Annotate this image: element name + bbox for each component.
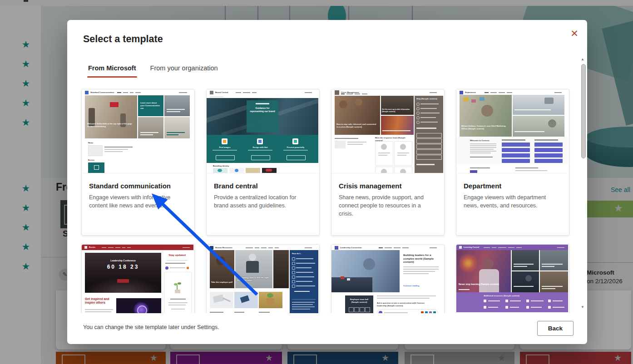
mini-icon [292, 262, 295, 265]
mini-col-label: Present powerfully [282, 146, 309, 149]
mini-icon [433, 311, 436, 314]
mini-photo-detail [339, 100, 347, 108]
template-card-department[interactable]: Department Miriam Graham, Contoso's new … [456, 89, 569, 236]
mini-photo [513, 116, 564, 137]
mini-button [502, 143, 530, 147]
mini-nav [117, 92, 121, 93]
mini-plant [178, 282, 181, 285]
template-card-events[interactable]: Events Leadership Conference 60 18 23 [81, 244, 195, 313]
template-card-human-resources[interactable]: Human Resources Take the employee poll [206, 244, 320, 313]
mini-photo [259, 292, 282, 308]
mini-icon [292, 285, 295, 288]
mini-logo [459, 246, 462, 249]
mini-nav [379, 247, 383, 248]
mini-photo [164, 117, 190, 138]
mini-col-label: Design with flair [247, 146, 274, 149]
close-icon[interactable]: ✕ [567, 26, 582, 41]
mini-icon [292, 257, 295, 261]
mini-button [534, 143, 563, 147]
mini-nav [507, 92, 512, 93]
mini-line [171, 309, 185, 310]
mini-nav [554, 92, 562, 93]
mini-countdown-box [365, 307, 370, 312]
tab-from-microsoft[interactable]: From Microsoft [87, 64, 137, 78]
mini-line [296, 281, 312, 282]
mini-overlay-tile: Guidance for representing our brand [247, 100, 278, 133]
mini-line [542, 266, 554, 267]
template-card-leadership-connection[interactable]: Leadership Connection Build [331, 244, 445, 313]
mini-photo [164, 95, 190, 116]
mini-avatar [400, 144, 406, 150]
mini-caption: Never stop learning (Sample content) [459, 283, 509, 286]
mini-logo [210, 91, 213, 94]
mini-line [553, 307, 564, 308]
mini-line [531, 300, 544, 301]
mini-header: Department [456, 89, 568, 95]
mini-line [85, 309, 113, 310]
mini-line [167, 260, 188, 261]
mini-avatar [381, 144, 387, 150]
back-button[interactable]: Back [537, 321, 574, 336]
mini-line [397, 155, 406, 156]
mini-photo [540, 271, 568, 292]
mini-logo [85, 91, 89, 94]
mini-site-name: Events [89, 246, 95, 249]
template-card-brand-central[interactable]: Brand Central Guidance for represe [206, 89, 320, 236]
mini-line [347, 144, 363, 145]
mini-line [542, 288, 555, 289]
template-thumbnail: Leadership Connection Build [331, 245, 443, 313]
mini-photo [246, 168, 260, 173]
mini-icon-detail [294, 140, 297, 143]
template-thumbnail: Crisis Management How to stay safe, info… [331, 89, 443, 173]
mini-site-name: Leadership Connection [340, 246, 362, 249]
mini-line [292, 306, 315, 307]
mini-tile: Employee town hall (Sample content) [345, 295, 373, 313]
mini-nav [402, 247, 409, 248]
mini-button [216, 155, 235, 160]
mini-line [420, 117, 436, 118]
mini-line [470, 145, 496, 146]
template-card-crisis-management[interactable]: Crisis Management How to stay safe, info… [331, 89, 445, 236]
mini-nav [252, 92, 257, 93]
mini-photo-detail [331, 277, 372, 292]
mini-line [377, 298, 430, 299]
mini-line [296, 258, 313, 259]
mini-photo [331, 250, 400, 292]
mini-line [296, 267, 312, 268]
scrollbar-up-icon[interactable]: ▲ [579, 57, 586, 61]
mini-caption: Get the most up-to-date information [Sam… [382, 108, 413, 113]
mini-photo-detail [246, 261, 259, 273]
mini-avatar [165, 266, 168, 270]
mini-icon [292, 138, 298, 144]
mini-photo [138, 117, 163, 138]
template-card-standard-communication[interactable]: Standard Communication Welcome! Select E… [81, 89, 195, 236]
mini-photo: Leadership Conference 60 18 23 [85, 253, 161, 293]
scrollbar-thumb[interactable] [581, 64, 586, 158]
mini-line [514, 109, 551, 110]
mini-photo: Never stop learning (Sample content) [456, 250, 511, 292]
mini-band: Find images Design with flair Present po… [207, 135, 318, 163]
mini-icon [548, 306, 551, 309]
scrollbar-down-icon[interactable]: ▼ [579, 305, 586, 309]
mini-line [470, 149, 494, 150]
mini-photo-detail [544, 98, 554, 104]
mini-photo: Welcome! Select Edit at the top right of… [85, 95, 137, 138]
mini-photo: Take the employee poll [210, 250, 234, 288]
mini-line [470, 167, 490, 168]
mini-logo [335, 90, 339, 95]
mini-icon [416, 116, 420, 119]
mini-line [168, 302, 188, 303]
mini-line [420, 113, 440, 113]
mini-photo [381, 116, 414, 135]
mini-section-label: Events [88, 159, 94, 162]
mini-photo-detail [137, 305, 147, 313]
mini-nav [362, 93, 367, 94]
mini-line [542, 286, 563, 287]
mini-nav [246, 247, 253, 248]
mini-line [168, 305, 186, 305]
mini-line [256, 103, 269, 104]
mini-section-label: Get inspired and inspire others [85, 297, 115, 305]
tab-from-your-organization[interactable]: From your organization [149, 64, 219, 78]
mini-heading: Welcome to Contoso [470, 139, 490, 142]
template-card-learning-central[interactable]: Learning Central Never stop learning (Sa… [456, 244, 569, 313]
